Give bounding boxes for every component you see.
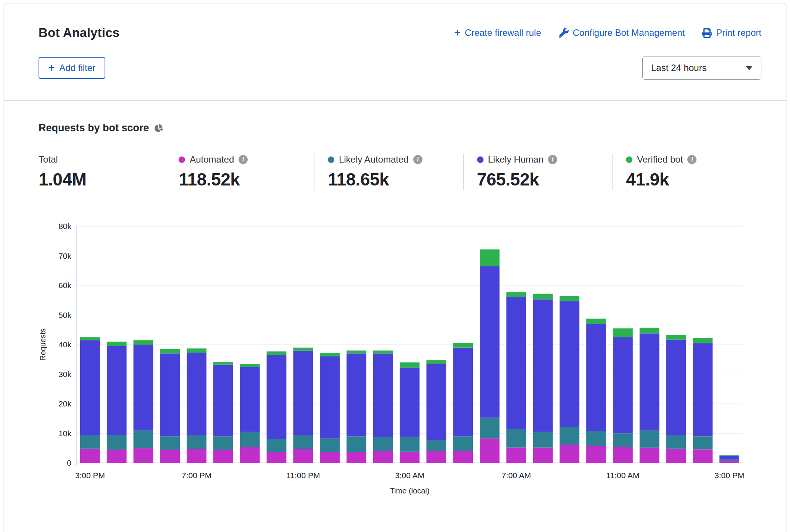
stat-likely-automated[interactable]: Likely Automated i 118.65k [314,154,463,190]
bar-segment[interactable] [213,436,233,450]
bar-segment[interactable] [134,448,153,463]
bar-segment[interactable] [719,461,739,463]
bar-segment[interactable] [240,432,260,447]
bar-segment[interactable] [480,438,500,463]
bar-segment[interactable] [267,452,287,463]
bar-segment[interactable] [107,342,127,346]
bar-segment[interactable] [613,447,633,463]
bar-segment[interactable] [586,319,606,324]
bar-segment[interactable] [320,356,340,438]
bar-segment[interactable] [267,355,287,439]
bar-segment[interactable] [613,434,633,447]
bar-segment[interactable] [347,452,366,463]
create-firewall-rule-link[interactable]: + Create firewall rule [454,27,541,38]
bar-segment[interactable] [506,292,526,297]
bar-segment[interactable] [240,364,260,367]
stat-likely-human[interactable]: Likely Human i 765.52k [463,154,613,190]
time-range-select[interactable]: Last 24 hours [642,56,761,80]
info-icon[interactable]: i [239,155,248,164]
bar-segment[interactable] [666,449,686,463]
bar-segment[interactable] [719,456,739,460]
bar-segment[interactable] [613,328,633,337]
bar-segment[interactable] [453,451,473,463]
bar-segment[interactable] [480,266,500,418]
bar-segment[interactable] [586,431,606,446]
bar-segment[interactable] [160,436,180,450]
bar-segment[interactable] [134,345,153,430]
bar-segment[interactable] [586,324,606,431]
stat-verified-bot[interactable]: Verified bot i 41.9k [612,154,761,190]
bar-segment[interactable] [400,437,420,452]
bar-segment[interactable] [134,430,153,448]
bar-segment[interactable] [187,348,206,353]
bar-segment[interactable] [107,435,127,450]
bar-segment[interactable] [373,437,393,451]
bar-segment[interactable] [719,455,739,456]
bar-segment[interactable] [400,368,420,437]
bar-segment[interactable] [240,447,260,463]
bar-segment[interactable] [693,449,713,463]
stat-automated[interactable]: Automated i 118.52k [165,154,314,190]
info-icon[interactable]: i [548,155,557,164]
bar-segment[interactable] [320,452,340,463]
bar-segment[interactable] [320,353,340,356]
bar-segment[interactable] [719,460,739,461]
bar-segment[interactable] [213,450,233,463]
bar-segment[interactable] [293,348,313,351]
bar-segment[interactable] [693,343,713,436]
bar-segment[interactable] [506,448,526,463]
bar-segment[interactable] [267,351,287,355]
bar-segment[interactable] [506,429,526,448]
bar-segment[interactable] [400,452,420,463]
bar-segment[interactable] [213,365,233,437]
bar-segment[interactable] [666,435,686,449]
bar-segment[interactable] [80,449,100,463]
print-report-link[interactable]: Print report [702,27,761,38]
bar-segment[interactable] [533,448,553,463]
bar-segment[interactable] [160,353,180,436]
bar-segment[interactable] [80,435,100,449]
bar-segment[interactable] [80,337,100,340]
bar-segment[interactable] [426,451,446,463]
info-icon[interactable]: i [687,155,696,164]
bar-segment[interactable] [559,301,579,427]
bar-segment[interactable] [453,348,473,437]
bar-segment[interactable] [160,349,180,354]
info-icon[interactable]: i [413,155,422,164]
bar-segment[interactable] [693,436,713,449]
configure-bot-management-link[interactable]: Configure Bot Management [559,27,685,38]
bar-segment[interactable] [559,296,579,301]
bar-segment[interactable] [80,340,100,435]
bar-segment[interactable] [347,351,366,354]
bar-segment[interactable] [293,449,313,463]
bar-segment[interactable] [506,297,526,429]
bar-segment[interactable] [134,340,153,345]
bar-segment[interactable] [320,438,340,452]
bar-segment[interactable] [480,418,500,438]
bar-segment[interactable] [586,446,606,463]
bar-segment[interactable] [453,343,473,348]
bar-segment[interactable] [373,351,393,354]
bar-segment[interactable] [640,448,659,463]
bar-segment[interactable] [640,328,659,334]
bar-segment[interactable] [666,340,686,435]
bar-segment[interactable] [293,435,313,449]
bar-segment[interactable] [480,250,500,266]
bar-segment[interactable] [107,346,127,435]
add-filter-button[interactable]: + Add filter [39,57,105,79]
bar-segment[interactable] [640,334,659,430]
bar-segment[interactable] [187,353,206,435]
bar-segment[interactable] [293,351,313,435]
bar-segment[interactable] [613,337,633,434]
bar-segment[interactable] [559,445,579,463]
bar-segment[interactable] [426,364,446,440]
bar-segment[interactable] [559,427,579,445]
bar-segment[interactable] [187,449,206,463]
bar-segment[interactable] [213,362,233,365]
bar-segment[interactable] [187,435,206,449]
bar-segment[interactable] [693,338,713,343]
bar-segment[interactable] [160,450,180,463]
bar-segment[interactable] [453,436,473,451]
bar-segment[interactable] [373,451,393,463]
bar-segment[interactable] [533,299,553,432]
